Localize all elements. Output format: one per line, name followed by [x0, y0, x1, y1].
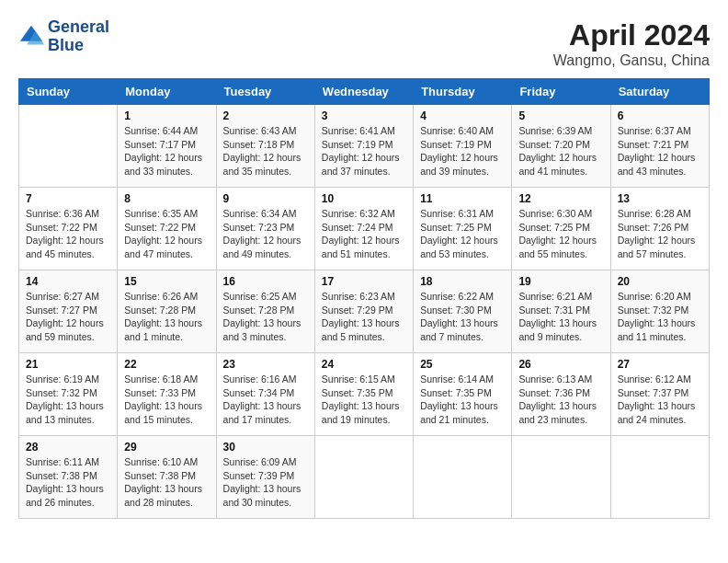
day-info: Sunrise: 6:13 AMSunset: 7:36 PMDaylight:…: [518, 373, 603, 427]
calendar-cell: 16Sunrise: 6:25 AMSunset: 7:28 PMDayligh…: [216, 270, 314, 353]
calendar-cell: 5Sunrise: 6:39 AMSunset: 7:20 PMDaylight…: [512, 105, 610, 188]
calendar-cell: 4Sunrise: 6:40 AMSunset: 7:19 PMDaylight…: [414, 105, 512, 188]
day-number: 24: [322, 358, 406, 371]
day-number: 2: [223, 109, 308, 122]
calendar-cell: 26Sunrise: 6:13 AMSunset: 7:36 PMDayligh…: [512, 353, 610, 436]
page-header: General Blue April 2024 Wangmo, Gansu, C…: [18, 18, 710, 69]
day-info: Sunrise: 6:44 AMSunset: 7:17 PMDaylight:…: [124, 124, 209, 178]
day-info: Sunrise: 6:19 AMSunset: 7:32 PMDaylight:…: [26, 373, 110, 427]
day-info: Sunrise: 6:43 AMSunset: 7:18 PMDaylight:…: [223, 124, 308, 178]
calendar-cell: [414, 436, 512, 519]
day-info: Sunrise: 6:30 AMSunset: 7:25 PMDaylight:…: [518, 207, 603, 261]
day-info: Sunrise: 6:27 AMSunset: 7:27 PMDaylight:…: [26, 290, 110, 344]
calendar-cell: [19, 105, 118, 188]
weekday-header-friday: Friday: [512, 79, 610, 105]
calendar-cell: 25Sunrise: 6:14 AMSunset: 7:35 PMDayligh…: [414, 353, 512, 436]
calendar-cell: 6Sunrise: 6:37 AMSunset: 7:21 PMDaylight…: [610, 105, 709, 188]
calendar-title: April 2024: [553, 18, 710, 52]
calendar-cell: 23Sunrise: 6:16 AMSunset: 7:34 PMDayligh…: [216, 353, 314, 436]
day-number: 30: [223, 441, 308, 454]
day-number: 5: [518, 109, 603, 122]
calendar-cell: 18Sunrise: 6:22 AMSunset: 7:30 PMDayligh…: [414, 270, 512, 353]
calendar-cell: 21Sunrise: 6:19 AMSunset: 7:32 PMDayligh…: [19, 353, 118, 436]
day-info: Sunrise: 6:34 AMSunset: 7:23 PMDaylight:…: [223, 207, 308, 261]
weekday-header-thursday: Thursday: [414, 79, 512, 105]
day-number: 22: [124, 358, 209, 371]
day-number: 14: [26, 275, 110, 288]
day-info: Sunrise: 6:11 AMSunset: 7:38 PMDaylight:…: [26, 455, 110, 510]
calendar-cell: 12Sunrise: 6:30 AMSunset: 7:25 PMDayligh…: [512, 188, 610, 270]
day-number: 29: [124, 441, 209, 454]
day-info: Sunrise: 6:32 AMSunset: 7:24 PMDaylight:…: [322, 207, 406, 261]
day-number: 16: [223, 275, 308, 288]
day-number: 1: [124, 109, 209, 122]
weekday-header-tuesday: Tuesday: [216, 79, 314, 105]
day-info: Sunrise: 6:09 AMSunset: 7:39 PMDaylight:…: [223, 455, 308, 510]
logo-line1: General: [48, 18, 109, 37]
day-info: Sunrise: 6:16 AMSunset: 7:34 PMDaylight:…: [223, 373, 308, 427]
calendar-cell: 20Sunrise: 6:20 AMSunset: 7:32 PMDayligh…: [610, 270, 709, 353]
calendar-cell: 24Sunrise: 6:15 AMSunset: 7:35 PMDayligh…: [314, 353, 413, 436]
calendar-cell: 11Sunrise: 6:31 AMSunset: 7:25 PMDayligh…: [414, 188, 512, 270]
day-number: 12: [518, 192, 603, 205]
calendar-cell: 10Sunrise: 6:32 AMSunset: 7:24 PMDayligh…: [314, 188, 413, 270]
day-info: Sunrise: 6:12 AMSunset: 7:37 PMDaylight:…: [618, 373, 702, 427]
day-number: 28: [26, 441, 110, 454]
day-info: Sunrise: 6:28 AMSunset: 7:26 PMDaylight:…: [618, 207, 702, 261]
day-info: Sunrise: 6:31 AMSunset: 7:25 PMDaylight:…: [420, 207, 505, 261]
calendar-cell: 8Sunrise: 6:35 AMSunset: 7:22 PMDaylight…: [118, 188, 216, 270]
day-info: Sunrise: 6:18 AMSunset: 7:33 PMDaylight:…: [124, 373, 209, 427]
calendar-cell: 1Sunrise: 6:44 AMSunset: 7:17 PMDaylight…: [118, 105, 216, 188]
day-number: 6: [618, 109, 702, 122]
day-number: 17: [322, 275, 406, 288]
day-number: 21: [26, 358, 110, 371]
day-info: Sunrise: 6:22 AMSunset: 7:30 PMDaylight:…: [420, 290, 505, 344]
day-info: Sunrise: 6:15 AMSunset: 7:35 PMDaylight:…: [322, 373, 406, 427]
calendar-cell: 15Sunrise: 6:26 AMSunset: 7:28 PMDayligh…: [118, 270, 216, 353]
calendar-week-4: 21Sunrise: 6:19 AMSunset: 7:32 PMDayligh…: [19, 353, 710, 436]
day-number: 3: [322, 109, 406, 122]
day-info: Sunrise: 6:23 AMSunset: 7:29 PMDaylight:…: [322, 290, 406, 344]
logo-line2: Blue: [48, 37, 109, 55]
day-number: 4: [420, 109, 505, 122]
day-number: 23: [223, 358, 308, 371]
day-number: 27: [618, 358, 702, 371]
weekday-header-wednesday: Wednesday: [314, 79, 413, 105]
day-number: 19: [518, 275, 603, 288]
title-block: April 2024 Wangmo, Gansu, China: [553, 18, 710, 69]
calendar-location: Wangmo, Gansu, China: [553, 52, 710, 69]
calendar-cell: 9Sunrise: 6:34 AMSunset: 7:23 PMDaylight…: [216, 188, 314, 270]
calendar-week-1: 1Sunrise: 6:44 AMSunset: 7:17 PMDaylight…: [19, 105, 710, 188]
calendar-cell: 2Sunrise: 6:43 AMSunset: 7:18 PMDaylight…: [216, 105, 314, 188]
day-number: 9: [223, 192, 308, 205]
calendar-cell: 30Sunrise: 6:09 AMSunset: 7:39 PMDayligh…: [216, 436, 314, 519]
day-info: Sunrise: 6:21 AMSunset: 7:31 PMDaylight:…: [518, 290, 603, 344]
day-info: Sunrise: 6:14 AMSunset: 7:35 PMDaylight:…: [420, 373, 505, 427]
calendar-header: SundayMondayTuesdayWednesdayThursdayFrid…: [19, 79, 710, 105]
day-number: 13: [618, 192, 702, 205]
weekday-header-sunday: Sunday: [19, 79, 118, 105]
calendar-cell: 28Sunrise: 6:11 AMSunset: 7:38 PMDayligh…: [19, 436, 118, 519]
calendar-cell: [512, 436, 610, 519]
calendar-body: 1Sunrise: 6:44 AMSunset: 7:17 PMDaylight…: [19, 105, 710, 519]
day-number: 15: [124, 275, 209, 288]
day-number: 7: [26, 192, 110, 205]
logo: General Blue: [18, 18, 109, 55]
calendar-cell: 19Sunrise: 6:21 AMSunset: 7:31 PMDayligh…: [512, 270, 610, 353]
day-info: Sunrise: 6:35 AMSunset: 7:22 PMDaylight:…: [124, 207, 209, 261]
calendar-table: SundayMondayTuesdayWednesdayThursdayFrid…: [18, 78, 710, 519]
day-number: 26: [518, 358, 603, 371]
calendar-week-5: 28Sunrise: 6:11 AMSunset: 7:38 PMDayligh…: [19, 436, 710, 519]
calendar-week-2: 7Sunrise: 6:36 AMSunset: 7:22 PMDaylight…: [19, 188, 710, 270]
day-info: Sunrise: 6:20 AMSunset: 7:32 PMDaylight:…: [618, 290, 702, 344]
calendar-cell: 27Sunrise: 6:12 AMSunset: 7:37 PMDayligh…: [610, 353, 709, 436]
day-info: Sunrise: 6:36 AMSunset: 7:22 PMDaylight:…: [26, 207, 110, 261]
calendar-cell: 22Sunrise: 6:18 AMSunset: 7:33 PMDayligh…: [118, 353, 216, 436]
weekday-header-saturday: Saturday: [610, 79, 709, 105]
calendar-cell: 3Sunrise: 6:41 AMSunset: 7:19 PMDaylight…: [314, 105, 413, 188]
day-number: 10: [322, 192, 406, 205]
weekday-header-monday: Monday: [118, 79, 216, 105]
calendar-cell: 13Sunrise: 6:28 AMSunset: 7:26 PMDayligh…: [610, 188, 709, 270]
day-number: 8: [124, 192, 209, 205]
day-info: Sunrise: 6:37 AMSunset: 7:21 PMDaylight:…: [618, 124, 702, 178]
